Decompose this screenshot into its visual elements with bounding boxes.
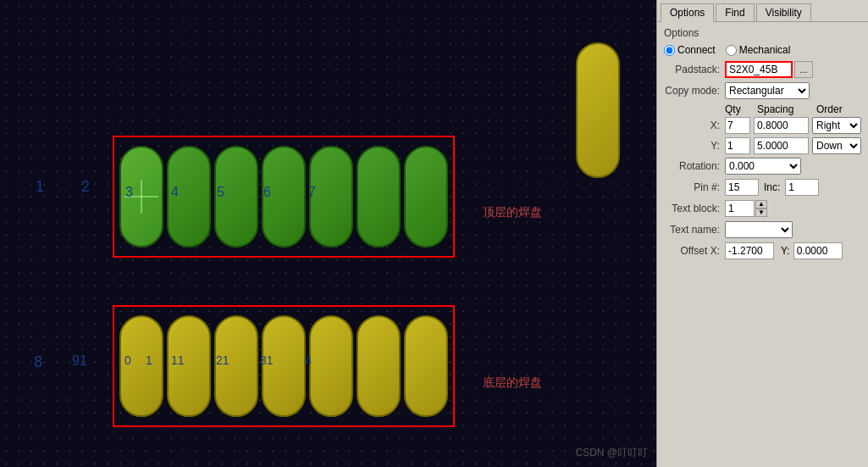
pad-top-num-3: 3 — [125, 185, 133, 200]
connect-label: Connect — [677, 44, 716, 56]
pin-inc-group: Inc: — [725, 179, 819, 196]
copymode-row: Copy mode: Rectangular Circular Mirror — [664, 82, 861, 99]
section-title: Options — [664, 27, 861, 39]
pad-bot-num-14: 31 — [260, 353, 274, 367]
top-layer-label: 顶层的焊盘 — [483, 205, 542, 220]
panel-content: Options Connect Mechanical Padstack: ...… — [657, 22, 868, 467]
top-pad-7 — [404, 146, 448, 247]
pin-input[interactable] — [725, 179, 759, 196]
bottom-pad-6 — [357, 315, 401, 417]
pad-bot-num-11: 1 — [146, 353, 152, 367]
y-qty-input[interactable] — [725, 137, 750, 154]
textblock-down-btn[interactable]: ▼ — [755, 208, 767, 217]
x-spacing-input[interactable] — [754, 117, 809, 134]
pad-top-num-6: 6 — [263, 185, 271, 200]
padstack-row: Padstack: ... — [664, 61, 861, 78]
textblock-up-btn[interactable]: ▲ — [755, 200, 767, 208]
grid-headers: Qty Spacing Order — [664, 103, 861, 115]
pad-label-2: 2 — [81, 178, 90, 196]
pad-top-num-7: 7 — [308, 185, 316, 200]
bottom-pad-group — [113, 305, 455, 427]
textname-row: Text name: — [664, 221, 861, 238]
connect-mechanical-row: Connect Mechanical — [664, 44, 861, 56]
y-order-select[interactable]: Down Up — [812, 137, 861, 154]
y-offset-label: Y: — [781, 245, 790, 257]
x-label: X: — [664, 120, 725, 131]
x-row: X: Right Left — [664, 117, 861, 134]
top-pad-group — [113, 136, 455, 258]
padstack-input[interactable] — [725, 61, 793, 78]
y-spacing-input[interactable] — [754, 137, 809, 154]
right-panel: Options Find Visibility Options Connect … — [656, 0, 868, 467]
pad-top-num-4: 4 — [171, 185, 179, 200]
mechanical-label: Mechanical — [739, 44, 791, 56]
offsety-input[interactable] — [793, 242, 843, 259]
pad-top-num-5: 5 — [217, 185, 224, 200]
bottom-pad-7 — [404, 315, 448, 417]
right-tall-pad — [576, 42, 620, 178]
browse-button[interactable]: ... — [794, 61, 813, 78]
textname-select[interactable] — [725, 221, 793, 238]
inc-label: Inc: — [764, 181, 780, 193]
offset-inputs: Y: — [725, 242, 843, 259]
textblock-spinner: ▲ ▼ — [755, 200, 767, 217]
mechanical-radio-label[interactable]: Mechanical — [726, 44, 791, 56]
pad-label-1: 1 — [36, 178, 44, 196]
textblock-input[interactable] — [725, 200, 755, 217]
bottom-layer-label: 底层的焊盘 — [483, 375, 542, 391]
copymode-select[interactable]: Rectangular Circular Mirror — [725, 82, 810, 99]
watermark: CSDN @叮叮叮 — [575, 446, 648, 460]
connect-radio-label[interactable]: Connect — [664, 44, 716, 56]
textblock-label: Text block: — [664, 203, 725, 214]
pad-bot-num-15: 4 — [305, 353, 312, 367]
connect-radio[interactable] — [664, 45, 675, 56]
pad-bot-num-12: 11 — [171, 353, 185, 367]
pin-row: Pin #: Inc: — [664, 179, 861, 196]
tabs-bar: Options Find Visibility — [657, 0, 868, 22]
pad-bot-num-9: 91 — [72, 353, 87, 369]
rotation-row: Rotation: 0.000 90.000 180.000 270.000 — [664, 158, 861, 175]
qty-header: Qty — [725, 103, 757, 115]
tab-find[interactable]: Find — [716, 3, 754, 21]
pad-bot-num-13: 21 — [216, 353, 229, 367]
textname-label: Text name: — [664, 224, 725, 236]
rotation-select[interactable]: 0.000 90.000 180.000 270.000 — [725, 158, 801, 175]
mechanical-radio[interactable] — [726, 45, 737, 56]
pad-bot-num-8: 8 — [34, 353, 42, 371]
textblock-wrapper: ▲ ▼ — [725, 200, 767, 217]
bottom-pad-5 — [309, 315, 353, 417]
top-pad-6 — [357, 146, 401, 247]
y-label: Y: — [664, 140, 725, 152]
tab-options[interactable]: Options — [661, 3, 714, 22]
offset-row: Offset X: Y: — [664, 242, 861, 259]
padstack-label: Padstack: — [664, 64, 725, 75]
pcb-canvas: 1 2 3 4 5 6 7 顶层的焊盘 8 91 0 1 11 21 31 4 … — [0, 0, 656, 467]
order-header: Order — [816, 103, 843, 115]
x-qty-input[interactable] — [725, 117, 750, 134]
copymode-label: Copy mode: — [664, 85, 725, 97]
tab-visibility[interactable]: Visibility — [756, 3, 811, 21]
offsetx-input[interactable] — [725, 242, 774, 259]
spacing-header: Spacing — [757, 103, 816, 115]
x-order-select[interactable]: Right Left — [812, 117, 861, 134]
pin-label: Pin #: — [664, 181, 725, 193]
textblock-row: Text block: ▲ ▼ — [664, 200, 861, 217]
pad-bot-num-10: 0 — [124, 353, 131, 367]
offsetx-label: Offset X: — [664, 245, 725, 257]
inc-input[interactable] — [785, 179, 819, 196]
rotation-label: Rotation: — [664, 160, 725, 172]
y-row: Y: Down Up — [664, 137, 861, 154]
